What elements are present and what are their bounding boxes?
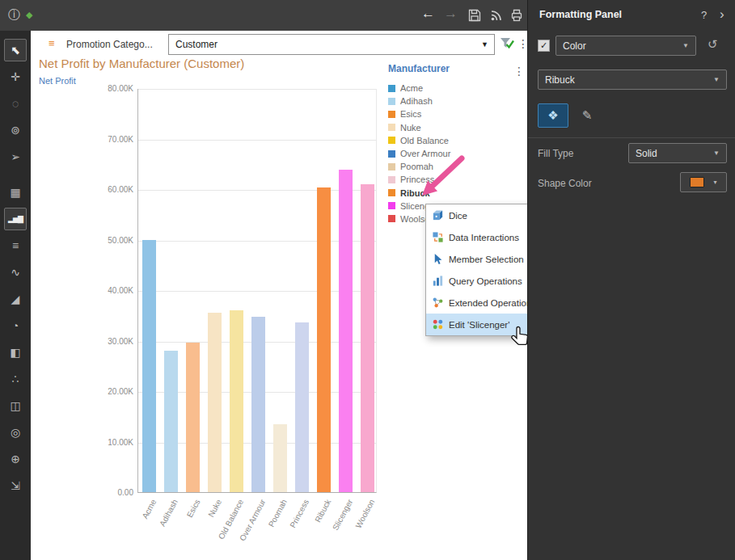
select-tool[interactable]: ⬉ bbox=[4, 39, 27, 61]
gauge-visual-tool[interactable]: ◎ bbox=[4, 421, 27, 444]
label-visual-tool-icon: ◧ bbox=[10, 346, 20, 359]
bar-esics[interactable] bbox=[186, 343, 200, 492]
x-tick-label: Nuke bbox=[207, 498, 224, 519]
reset-icon[interactable]: ↺ bbox=[708, 37, 718, 52]
fill-type-dropdown[interactable]: Solid ▼ bbox=[628, 143, 727, 163]
legend-item-princess[interactable]: Princess bbox=[388, 173, 526, 186]
bar-princess[interactable] bbox=[295, 322, 309, 492]
brush-icon: ✎ bbox=[582, 108, 593, 123]
panel-divider bbox=[528, 137, 735, 138]
y-tick-label: 10.00K bbox=[93, 438, 133, 447]
treemap-visual-tool-icon: ◫ bbox=[10, 399, 20, 412]
bar-ribuck[interactable] bbox=[317, 187, 331, 493]
property-checkbox[interactable]: ✓ bbox=[538, 40, 550, 52]
print-button[interactable] bbox=[509, 8, 524, 23]
extended-operations-icon bbox=[432, 297, 449, 309]
bar-old-balance[interactable] bbox=[230, 310, 243, 492]
parameter-dropdown[interactable]: Customer ▼ bbox=[168, 34, 495, 55]
bar-poomah[interactable] bbox=[273, 424, 287, 492]
bar-woolson[interactable] bbox=[361, 184, 374, 492]
context-menu-item-edit-slicenger[interactable]: Edit 'Slicenger' bbox=[426, 314, 527, 335]
x-tick-label: Adihash bbox=[158, 498, 180, 528]
save-button[interactable] bbox=[467, 8, 482, 23]
filterbar-kebab-menu[interactable]: ⋮ bbox=[517, 37, 527, 50]
legend-label: Princess bbox=[400, 175, 434, 184]
legend-label: Old Balance bbox=[400, 136, 449, 145]
parameter-label: Promotion Catego... bbox=[66, 39, 153, 50]
image-visual-tool[interactable]: ⇲ bbox=[4, 474, 27, 497]
formatting-panel: Formatting Panel ? › ✓ Color ▼ ↺ Ribuck … bbox=[527, 0, 735, 560]
y-tick-label: 0.00 bbox=[93, 488, 133, 497]
target-element-dropdown[interactable]: Ribuck ▼ bbox=[538, 69, 727, 90]
context-menu-item-extended-operations[interactable]: Extended Operations▸ bbox=[426, 292, 527, 314]
scatter-visual-tool[interactable]: ∴ bbox=[4, 368, 27, 390]
context-menu-item-data-interactions[interactable]: Data Interactions▸ bbox=[426, 226, 527, 248]
legend-item-over-armour[interactable]: Over Armour bbox=[388, 147, 526, 160]
x-tick-label: Princess bbox=[288, 498, 310, 529]
legend-item-ribuck[interactable]: Ribuck bbox=[388, 187, 526, 200]
legend-swatch bbox=[388, 98, 395, 105]
filter-icon[interactable] bbox=[499, 36, 514, 52]
treemap-visual-tool[interactable]: ◫ bbox=[4, 394, 27, 417]
legend-swatch bbox=[388, 150, 395, 158]
legend-item-adihash[interactable]: Adihash bbox=[388, 95, 526, 107]
gridline bbox=[138, 89, 376, 90]
bar-adihash[interactable] bbox=[164, 351, 178, 492]
context-menu-item-member-selection[interactable]: Member Selection▸ bbox=[426, 248, 527, 270]
application-window: ⓘ ◆ In-Memory DB \ Standard Sales \ Sale… bbox=[0, 0, 735, 560]
save-icon bbox=[467, 8, 482, 23]
context-menu-item-query-operations[interactable]: Query Operations▸ bbox=[426, 270, 527, 292]
y-tick-label: 20.00K bbox=[93, 387, 133, 396]
legend-item-old-balance[interactable]: Old Balance bbox=[388, 134, 526, 147]
chevron-down-icon: ▼ bbox=[682, 42, 689, 49]
legend-swatch bbox=[388, 85, 395, 92]
forward-button[interactable]: → bbox=[444, 6, 458, 22]
legend-item-esics[interactable]: Esics bbox=[388, 107, 526, 120]
y-tick-label: 30.00K bbox=[93, 337, 133, 346]
canvas-area: ≡ Promotion Catego... Customer ▼ ⋮ Net P… bbox=[31, 31, 527, 560]
legend-label: Esics bbox=[400, 109, 421, 119]
context-menu-item-label: Extended Operations bbox=[449, 298, 527, 308]
property-dropdown[interactable]: Color ▼ bbox=[555, 36, 696, 56]
pie-chart-visual-tool[interactable]: ◔ bbox=[4, 314, 27, 337]
y-tick-label: 80.00K bbox=[93, 84, 133, 93]
label-visual-tool[interactable]: ◧ bbox=[4, 341, 27, 364]
info-icon[interactable]: ⓘ bbox=[8, 7, 20, 23]
gauge-visual-tool-icon: ◎ bbox=[11, 426, 20, 439]
back-button[interactable]: ← bbox=[421, 6, 435, 22]
publish-button[interactable] bbox=[489, 8, 504, 23]
chevron-down-icon: ▼ bbox=[481, 40, 488, 48]
table-visual-tool[interactable]: ▦ bbox=[4, 181, 27, 204]
help-icon[interactable]: ? bbox=[701, 9, 707, 21]
map-visual-tool[interactable]: ⊕ bbox=[4, 448, 27, 470]
context-menu-item-dice[interactable]: Dice▸ bbox=[426, 204, 527, 226]
legend: Manufacturer AcmeAdihashEsicsNukeOld Bal… bbox=[388, 63, 526, 225]
pointer-action-tool[interactable]: ➢ bbox=[4, 145, 27, 168]
color-swatch bbox=[690, 177, 704, 187]
lasso-select-tool[interactable]: ◌ bbox=[4, 92, 27, 115]
legend-item-poomah[interactable]: Poomah bbox=[388, 160, 526, 173]
legend-item-nuke[interactable]: Nuke bbox=[388, 121, 526, 134]
shape-color-picker[interactable]: ▾ bbox=[680, 172, 727, 192]
member-selection-icon bbox=[432, 253, 449, 266]
bar-chart-visual-tool[interactable]: ▂▅▇ bbox=[4, 208, 27, 230]
panel-title: Formatting Panel bbox=[539, 9, 622, 20]
bar-nuke[interactable] bbox=[208, 313, 222, 492]
line-chart-visual-tool[interactable]: ∿ bbox=[4, 261, 27, 284]
legend-swatch bbox=[388, 215, 395, 222]
brush-tab[interactable]: ✎ bbox=[572, 103, 602, 128]
zoom-region-tool[interactable]: ⊚ bbox=[4, 119, 27, 141]
context-menu-item-label: Edit 'Slicenger' bbox=[449, 320, 527, 330]
bar-acme[interactable] bbox=[142, 240, 156, 493]
collapse-panel-icon[interactable]: › bbox=[720, 6, 724, 23]
fill-type-label: Fill Type bbox=[538, 148, 573, 159]
text-visual-tool[interactable]: ≡ bbox=[4, 234, 27, 257]
shape-color-label: Shape Color bbox=[538, 178, 592, 189]
bar-slicenger[interactable] bbox=[339, 170, 353, 492]
format-tab[interactable]: ❖ bbox=[538, 103, 568, 128]
legend-item-acme[interactable]: Acme bbox=[388, 82, 526, 95]
bar-over-armour[interactable] bbox=[251, 317, 265, 492]
area-chart-visual-tool[interactable]: ◢ bbox=[4, 288, 27, 310]
chevron-down-icon: ▾ bbox=[713, 179, 716, 186]
pan-tool[interactable]: ✛ bbox=[4, 65, 27, 88]
